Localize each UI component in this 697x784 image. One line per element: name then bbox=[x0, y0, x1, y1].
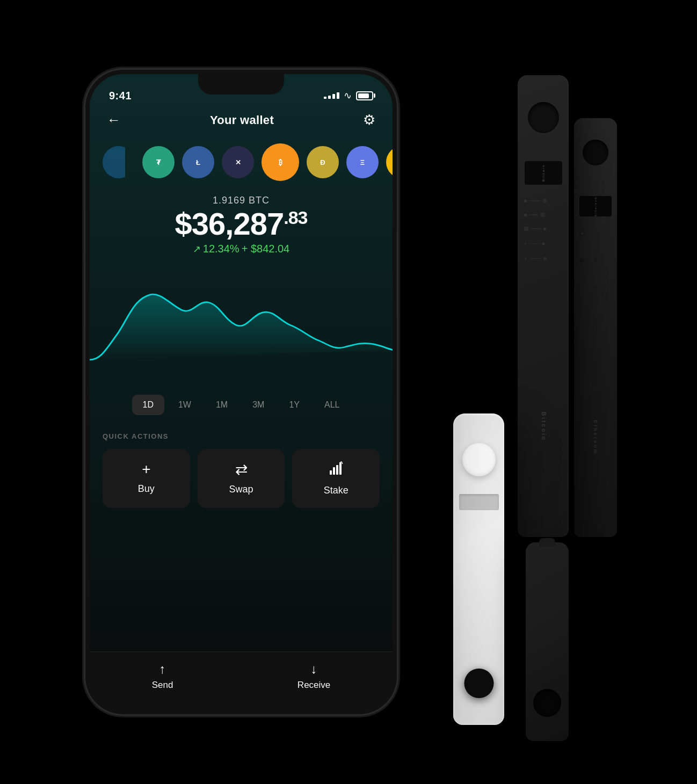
menu-sq bbox=[543, 257, 547, 260]
menu-dash bbox=[586, 260, 592, 261]
svg-rect-2 bbox=[336, 465, 338, 475]
coin-symbol: Ł bbox=[196, 158, 200, 166]
coin-ethereum[interactable]: Ξ bbox=[346, 146, 379, 178]
svg-rect-1 bbox=[333, 467, 335, 475]
phone-volume-down-button bbox=[85, 263, 86, 328]
buy-label: Buy bbox=[138, 483, 155, 495]
coin-bitcoin-selected[interactable]: ₿ bbox=[262, 143, 299, 181]
action-buttons: + Buy ⇄ Swap bbox=[103, 449, 380, 508]
time-btn-3m[interactable]: 3M bbox=[242, 395, 275, 415]
swap-icon: ⇄ bbox=[235, 461, 248, 478]
menu-circle bbox=[594, 286, 597, 289]
coin-litecoin[interactable]: Ł bbox=[182, 146, 214, 178]
change-usd: + $842.04 bbox=[242, 243, 290, 255]
receive-action[interactable]: ↓ Receive bbox=[297, 662, 330, 691]
usd-main: $36,287 bbox=[175, 206, 284, 241]
ledger-nano-white bbox=[453, 413, 504, 725]
phone-power-button bbox=[396, 231, 397, 317]
settings-button[interactable]: ⚙ bbox=[363, 112, 375, 128]
status-time: 9:41 bbox=[109, 90, 132, 102]
menu-dash bbox=[587, 234, 594, 234]
coin-symbol: ✕ bbox=[235, 158, 241, 166]
menu-sym: ⊕ bbox=[579, 245, 583, 250]
menu-icon bbox=[541, 213, 545, 217]
ledger-screen: Bitcoin bbox=[525, 161, 562, 185]
menu-row: ⊕ ◇ bbox=[579, 245, 600, 250]
menu-icon bbox=[543, 199, 547, 203]
ledger-screen-text: Bitcoin bbox=[542, 164, 545, 182]
stake-label: Stake bbox=[324, 485, 348, 496]
coin-tether[interactable]: ₮ bbox=[142, 146, 175, 178]
menu-dash bbox=[584, 287, 592, 288]
menu-sym5: ∨ bbox=[579, 285, 582, 289]
ledger-brand-text: Bitcoin bbox=[540, 412, 546, 441]
menu-icon bbox=[524, 227, 528, 231]
time-btn-1w[interactable]: 1W bbox=[168, 395, 202, 415]
white-ledger-button bbox=[462, 443, 496, 476]
ledger-menu-item: ∨ bbox=[524, 256, 547, 261]
time-btn-1d[interactable]: 1D bbox=[132, 395, 164, 415]
coin-bnb[interactable]: BNB bbox=[386, 146, 393, 178]
coin-row: ₮ Ł ✕ ₿ Ð Ξ BNB bbox=[90, 134, 393, 191]
phone-notch bbox=[198, 74, 284, 95]
svg-rect-0 bbox=[330, 470, 332, 475]
battery-icon bbox=[356, 91, 373, 100]
price-chart bbox=[90, 257, 393, 386]
menu-sym4: ▷ bbox=[594, 272, 597, 276]
coin-symbol: ₮ bbox=[156, 158, 161, 166]
battery-fill bbox=[358, 93, 369, 98]
menu-icon-circle: ◉ bbox=[579, 231, 585, 236]
menu-sym2: ◇ bbox=[595, 245, 598, 250]
time-btn-1m[interactable]: 1M bbox=[205, 395, 238, 415]
send-icon: ↑ bbox=[159, 662, 166, 677]
signal-bar-4 bbox=[337, 92, 339, 99]
small-ledger-nub bbox=[539, 538, 555, 547]
coin-dogecoin[interactable]: Ð bbox=[307, 146, 339, 178]
stake-button[interactable]: Stake bbox=[292, 449, 380, 508]
ledger-button-circle bbox=[528, 102, 559, 133]
scene: 9:41 ∿ ← Your wallet bbox=[53, 43, 644, 741]
menu-row: ◉ bbox=[579, 231, 600, 236]
menu-dash bbox=[585, 247, 593, 248]
buy-button[interactable]: + Buy bbox=[103, 449, 190, 508]
coin-symbol: ₿ bbox=[279, 158, 282, 166]
menu-line bbox=[529, 214, 538, 215]
ledger-device-1: Bitcoin + ▶ bbox=[518, 75, 569, 537]
signal-bar-1 bbox=[324, 97, 326, 99]
time-range-selector: 1D 1W 1M 3M 1Y ALL bbox=[90, 386, 393, 424]
ledger2-button bbox=[583, 140, 608, 165]
usd-amount: $36,287.83 bbox=[103, 208, 380, 239]
ledger-menu-item bbox=[524, 227, 547, 231]
back-button[interactable]: ← bbox=[107, 112, 121, 128]
ledger2-screen-text: Ethereum bbox=[594, 196, 597, 216]
menu-row bbox=[579, 258, 600, 263]
stake-icon bbox=[329, 461, 344, 480]
menu-dot bbox=[524, 214, 527, 216]
receive-icon: ↓ bbox=[311, 662, 317, 677]
coin-xrp[interactable]: ✕ bbox=[222, 146, 254, 178]
page-title: Your wallet bbox=[210, 113, 274, 127]
phone: 9:41 ∿ ← Your wallet bbox=[85, 70, 397, 714]
time-btn-1y[interactable]: 1Y bbox=[278, 395, 310, 415]
signal-icon bbox=[324, 92, 339, 99]
swap-button[interactable]: ⇄ Swap bbox=[198, 449, 285, 508]
app-header: ← Your wallet ⚙ bbox=[90, 106, 393, 134]
phone-volume-up-button bbox=[85, 209, 86, 252]
menu-dash bbox=[584, 274, 592, 274]
btc-amount: 1.9169 BTC bbox=[103, 195, 380, 206]
wifi-icon: ∿ bbox=[344, 90, 352, 101]
send-action[interactable]: ↑ Send bbox=[152, 662, 173, 691]
svg-rect-3 bbox=[339, 463, 342, 475]
ledger2-menu: ◉ ⊕ ◇ + ▷ ∨ bbox=[579, 231, 600, 289]
menu-line bbox=[529, 200, 540, 201]
time-btn-all[interactable]: ALL bbox=[314, 395, 350, 415]
menu-line bbox=[530, 243, 540, 244]
menu-sq bbox=[597, 232, 600, 235]
quick-actions-label: QUICK ACTIONS bbox=[103, 432, 380, 440]
ledger-device-2: Ethereum ◉ ⊕ ◇ + ▷ bbox=[574, 118, 617, 537]
coin-partial[interactable] bbox=[103, 146, 135, 178]
ledger-nano-small bbox=[526, 542, 569, 741]
send-label: Send bbox=[152, 680, 173, 691]
chevron-down: ∨ bbox=[524, 256, 527, 261]
ledger-menu: + ▶ ∨ bbox=[524, 199, 547, 261]
